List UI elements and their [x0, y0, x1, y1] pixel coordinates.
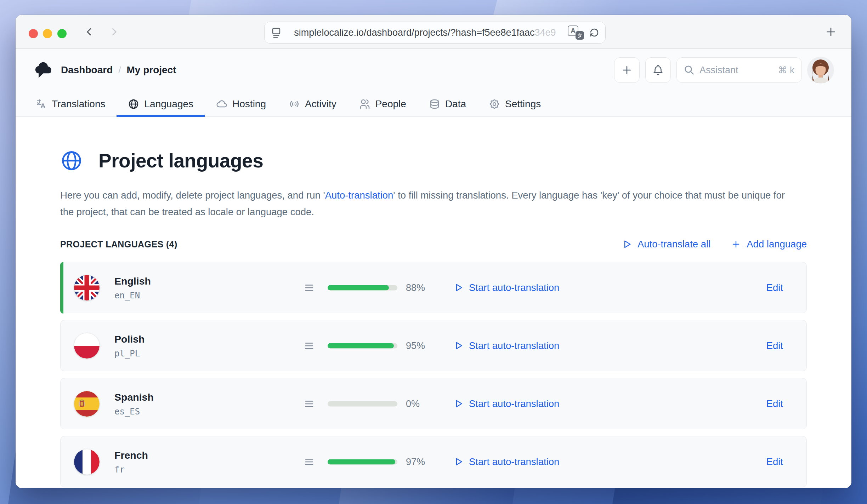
progress-bar [328, 285, 397, 290]
cloud-icon [216, 98, 227, 110]
zoom-window-button[interactable] [57, 29, 67, 38]
edit-language-button[interactable]: Edit [766, 282, 783, 293]
new-tab-button[interactable] [824, 25, 837, 38]
auto-translate-all-button[interactable]: Auto-translate all [622, 239, 710, 250]
language-key: pl_PL [114, 348, 145, 358]
drag-handle-icon[interactable] [304, 457, 314, 467]
breadcrumb-dashboard[interactable]: Dashboard [61, 64, 113, 76]
language-row-spanish: Spanish es_ES 0% Start auto-translation … [60, 378, 807, 429]
globe-title-icon [60, 149, 83, 172]
progress-percent: 0% [406, 398, 420, 409]
search-icon [684, 65, 695, 75]
start-label: Start auto-translation [469, 398, 559, 410]
progress-fill [328, 343, 394, 348]
browser-toolbar: simplelocalize.io/dashboard/projects/?ha… [16, 15, 851, 49]
flag-france [74, 449, 100, 475]
language-name: Spanish [114, 391, 154, 403]
browser-window: simplelocalize.io/dashboard/projects/?ha… [16, 15, 851, 488]
tab-label: Settings [505, 98, 541, 110]
plus-icon [621, 64, 633, 76]
language-info: Polish pl_PL [114, 333, 145, 358]
drag-handle-icon[interactable] [304, 340, 314, 351]
back-button[interactable] [83, 26, 95, 38]
auto-translate-all-label: Auto-translate all [638, 239, 710, 250]
page-settings-icon[interactable] [270, 27, 282, 39]
edit-language-button[interactable]: Edit [766, 398, 783, 410]
drag-handle-icon[interactable] [304, 399, 314, 409]
drag-handle-icon[interactable] [304, 282, 314, 293]
section-actions: Auto-translate all Add language [622, 239, 807, 250]
start-auto-translation-button[interactable]: Start auto-translation [454, 456, 559, 468]
address-bar[interactable]: simplelocalize.io/dashboard/projects/?ha… [264, 22, 606, 44]
auto-translation-link[interactable]: Auto-translation [325, 190, 393, 201]
app-header: Dashboard / My project ⌘ k [16, 49, 851, 91]
page-title: Project languages [98, 149, 263, 172]
add-language-label: Add language [747, 239, 807, 250]
main-content: Project languages Here you can add, modi… [16, 117, 851, 488]
play-icon [454, 283, 463, 292]
start-label: Start auto-translation [469, 282, 559, 293]
start-label: Start auto-translation [469, 340, 559, 351]
start-auto-translation-button[interactable]: Start auto-translation [454, 282, 559, 293]
breadcrumb-project[interactable]: My project [126, 64, 176, 76]
reload-icon[interactable] [589, 27, 600, 38]
page-description: Here you can add, modify, delete project… [60, 187, 795, 220]
add-project-button[interactable] [614, 57, 640, 83]
breadcrumb: Dashboard / My project [61, 64, 176, 76]
language-row-english: English en_EN 88% Start auto-translation… [60, 262, 807, 313]
language-info: Spanish es_ES [114, 391, 154, 416]
tab-data[interactable]: Data [418, 91, 477, 116]
language-info: French fr [114, 449, 148, 474]
play-icon [622, 239, 632, 249]
section-heading: PROJECT LANGUAGES (4) [60, 239, 177, 250]
translate-button[interactable]: A [568, 25, 584, 40]
tab-people[interactable]: People [348, 91, 418, 116]
flag-poland [74, 333, 100, 359]
progress-bar [328, 459, 397, 464]
edit-language-button[interactable]: Edit [766, 456, 783, 468]
progress-bar [328, 401, 397, 406]
chevron-left-icon [83, 26, 95, 38]
progress-percent: 97% [406, 456, 425, 467]
languages-section-header: PROJECT LANGUAGES (4) Auto-translate all… [60, 239, 807, 250]
close-window-button[interactable] [29, 29, 38, 38]
translate-badge-icon [576, 31, 584, 40]
language-row-polish: Polish pl_PL 95% Start auto-translation … [60, 320, 807, 371]
forward-button[interactable] [108, 26, 120, 38]
plus-icon [824, 25, 837, 38]
simplelocalize-logo-icon [33, 61, 53, 79]
plus-icon [731, 239, 741, 249]
bell-icon [652, 64, 664, 76]
notifications-button[interactable] [645, 57, 671, 83]
assistant-input[interactable] [699, 65, 773, 76]
language-name: French [114, 449, 148, 461]
gear-icon [489, 98, 500, 110]
tab-hosting[interactable]: Hosting [205, 91, 277, 116]
assistant-search[interactable]: ⌘ k [676, 57, 802, 83]
start-auto-translation-button[interactable]: Start auto-translation [454, 398, 559, 410]
tab-label: People [375, 98, 406, 110]
tab-label: Languages [144, 98, 193, 110]
flag-spain [74, 391, 100, 417]
tab-languages[interactable]: Languages [117, 91, 205, 116]
minimize-window-button[interactable] [43, 29, 52, 38]
title-row: Project languages [60, 149, 807, 172]
add-language-button[interactable]: Add language [731, 239, 807, 250]
tab-activity[interactable]: Activity [277, 91, 348, 116]
language-row-french: French fr 97% Start auto-translation Edi… [60, 436, 807, 487]
start-auto-translation-button[interactable]: Start auto-translation [454, 340, 559, 351]
start-label: Start auto-translation [469, 456, 559, 468]
language-key: fr [114, 464, 148, 474]
tab-settings[interactable]: Settings [477, 91, 552, 116]
language-list: English en_EN 88% Start auto-translation… [60, 262, 807, 487]
language-icon [35, 98, 47, 110]
user-avatar[interactable] [808, 57, 834, 83]
url-faded-tail: 34e9 [535, 27, 556, 38]
tab-label: Hosting [232, 98, 266, 110]
progress-fill [328, 285, 389, 290]
edit-language-button[interactable]: Edit [766, 340, 783, 351]
tab-translations[interactable]: Translations [24, 91, 117, 116]
progress-percent: 95% [406, 340, 425, 351]
play-icon [454, 457, 463, 466]
breadcrumb-separator: / [118, 65, 121, 76]
